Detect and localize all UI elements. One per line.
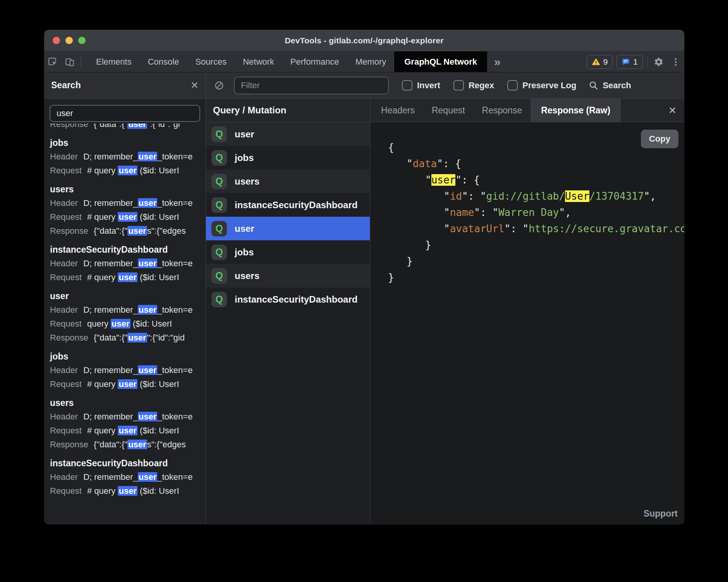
search-result-text: ($id: UserI bbox=[130, 319, 172, 329]
query-list-item-user[interactable]: Quser bbox=[206, 122, 370, 146]
network-lower: Query / Mutation QuserQjobsQusersQinstan… bbox=[206, 99, 684, 524]
query-list-item-jobs[interactable]: Qjobs bbox=[206, 240, 370, 264]
search-result-text: _token=e bbox=[157, 258, 192, 268]
search-match-highlight: user bbox=[127, 333, 147, 342]
tab-console[interactable]: Console bbox=[140, 51, 187, 72]
warnings-badge[interactable]: 9 bbox=[587, 55, 613, 69]
search-result-text: ":{"id":"gid bbox=[147, 333, 185, 342]
query-list-item-users[interactable]: Qusers bbox=[206, 264, 370, 288]
tab-sources[interactable]: Sources bbox=[187, 51, 235, 72]
query-list-item-instancesecuritydashboard[interactable]: QinstanceSecurityDashboard bbox=[206, 193, 370, 217]
search-result-text: D; remember_ bbox=[83, 258, 138, 268]
json-line: } bbox=[388, 269, 684, 286]
checkbox-box-invert[interactable] bbox=[402, 80, 412, 91]
tab-memory[interactable]: Memory bbox=[347, 51, 394, 72]
search-result-line[interactable]: HeaderD; remember_user_token=e bbox=[50, 363, 206, 377]
query-type-badge: Q bbox=[211, 221, 227, 236]
query-list-item-label: jobs bbox=[235, 247, 254, 258]
checkbox-invert[interactable]: Invert bbox=[402, 80, 440, 91]
query-list-item-user-selected[interactable]: Quser bbox=[206, 217, 370, 240]
search-result-line[interactable]: HeaderD; remember_user_token=e bbox=[50, 410, 206, 424]
search-result-line[interactable]: Response{"data":{"users":{"edges bbox=[50, 224, 206, 238]
query-list-item-label: user bbox=[235, 129, 254, 140]
search-result-text: # query bbox=[87, 166, 118, 175]
query-list-item-instancesecuritydashboard[interactable]: QinstanceSecurityDashboard bbox=[206, 288, 370, 311]
response-tabs-spacer bbox=[621, 99, 661, 122]
filter-input[interactable] bbox=[234, 77, 389, 94]
device-toolbar-icon[interactable] bbox=[61, 51, 78, 72]
search-query-input[interactable] bbox=[50, 105, 200, 122]
search-result-text: _token=e bbox=[157, 472, 192, 482]
close-window-button[interactable] bbox=[53, 37, 60, 44]
checkbox-preserve-log[interactable]: Preserve Log bbox=[507, 80, 576, 91]
messages-count: 1 bbox=[633, 57, 638, 67]
close-response-panel-icon[interactable]: ✕ bbox=[661, 99, 684, 122]
response-tab-request[interactable]: Request bbox=[423, 99, 474, 122]
search-result-line[interactable]: HeaderD; remember_user_token=e bbox=[50, 196, 206, 210]
checkbox-box-regex[interactable] bbox=[453, 80, 464, 91]
tab-graphql-network[interactable]: GraphQL Network bbox=[394, 51, 487, 72]
tab-elements[interactable]: Elements bbox=[88, 51, 140, 72]
response-tab-response[interactable]: Response bbox=[474, 99, 531, 122]
search-result-line[interactable]: Request# query user ($id: UserI bbox=[50, 424, 206, 438]
clear-block-icon[interactable] bbox=[211, 80, 228, 91]
close-search-panel-icon[interactable]: ✕ bbox=[191, 80, 199, 90]
query-list-item-jobs[interactable]: Qjobs bbox=[206, 146, 370, 169]
search-result-text: ":{"id":"gi bbox=[147, 123, 180, 129]
warnings-count: 9 bbox=[603, 57, 608, 67]
response-tab-headers[interactable]: Headers bbox=[373, 99, 423, 122]
search-result-line[interactable]: HeaderD; remember_user_token=e bbox=[50, 257, 206, 270]
search-result-line-label: Response bbox=[50, 333, 88, 342]
search-result-line[interactable]: Request# query user ($id: UserI bbox=[50, 377, 206, 391]
search-result-line[interactable]: Request# query user ($id: UserI bbox=[50, 484, 206, 498]
search-result-line[interactable]: Request# query user ($id: UserI bbox=[50, 270, 206, 284]
checkbox-box-preserve-log[interactable] bbox=[507, 80, 518, 91]
tab-network[interactable]: Network bbox=[235, 51, 282, 72]
search-match-highlight: user bbox=[118, 426, 137, 435]
search-result-text: ($id: UserI bbox=[137, 486, 179, 496]
search-result-group: instanceSecurityDashboardHeaderD; rememb… bbox=[50, 243, 206, 284]
response-panel: HeadersRequestResponseResponse (Raw) ✕ C… bbox=[370, 99, 684, 524]
support-link[interactable]: Support bbox=[644, 508, 678, 519]
search-match-highlight: user bbox=[138, 472, 157, 482]
json-token: data bbox=[413, 158, 437, 169]
search-result-text: # query bbox=[87, 272, 118, 282]
tab-performance[interactable]: Performance bbox=[282, 51, 347, 72]
json-line: "name": "Warren Day", bbox=[388, 204, 684, 221]
messages-badge[interactable]: 1 bbox=[616, 55, 643, 69]
search-result-line[interactable]: HeaderD; remember_user_token=e bbox=[50, 303, 206, 317]
query-type-badge: Q bbox=[211, 245, 227, 260]
search-result-line[interactable]: Request# query user ($id: UserI bbox=[50, 164, 206, 178]
kebab-menu-icon[interactable] bbox=[667, 51, 684, 72]
search-result-group: jobsHeaderD; remember_user_token=eReques… bbox=[50, 136, 206, 178]
json-token: ", bbox=[644, 190, 656, 202]
copy-button[interactable]: Copy bbox=[641, 130, 678, 148]
search-result-line[interactable]: Response{"data":{"user":{"id":"gi bbox=[50, 123, 206, 131]
search-result-line[interactable]: Requestquery user ($id: UserI bbox=[50, 317, 206, 331]
more-tabs-icon[interactable]: » bbox=[487, 51, 508, 72]
json-token: id bbox=[450, 190, 462, 202]
search-result-line[interactable]: Response{"data":{"users":{"edges bbox=[50, 438, 206, 452]
query-list-item-users[interactable]: Qusers bbox=[206, 169, 370, 193]
maximize-window-button[interactable] bbox=[78, 37, 86, 44]
inspect-element-icon[interactable] bbox=[44, 51, 61, 72]
search-result-line-label: Header bbox=[50, 258, 78, 268]
search-result-text: # query bbox=[87, 212, 118, 222]
settings-gear-icon[interactable] bbox=[650, 51, 667, 72]
json-line: "avatarUrl": "https://secure.gravatar.co… bbox=[388, 221, 684, 237]
search-result-line[interactable]: Request# query user ($id: UserI bbox=[50, 210, 206, 224]
search-match-highlight: user bbox=[138, 305, 157, 315]
toolbar-search-button[interactable]: Search bbox=[589, 80, 631, 91]
response-tab-response-raw[interactable]: Response (Raw) bbox=[531, 99, 621, 122]
search-result-line[interactable]: HeaderD; remember_user_token=e bbox=[50, 470, 206, 484]
search-result-line[interactable]: Response{"data":{"user":{"id":"gid bbox=[50, 331, 206, 345]
json-token: /13704317 bbox=[589, 190, 644, 202]
search-result-text: D; remember_ bbox=[83, 305, 138, 315]
search-result-line-label: Request bbox=[50, 426, 82, 435]
search-result-text: {"data":{" bbox=[94, 333, 127, 342]
json-line: "user": { bbox=[388, 172, 684, 188]
search-result-line[interactable]: HeaderD; remember_user_token=e bbox=[50, 150, 206, 164]
filter-checkboxes: InvertRegexPreserve Log bbox=[402, 80, 576, 91]
checkbox-regex[interactable]: Regex bbox=[453, 80, 494, 91]
minimize-window-button[interactable] bbox=[65, 37, 73, 44]
